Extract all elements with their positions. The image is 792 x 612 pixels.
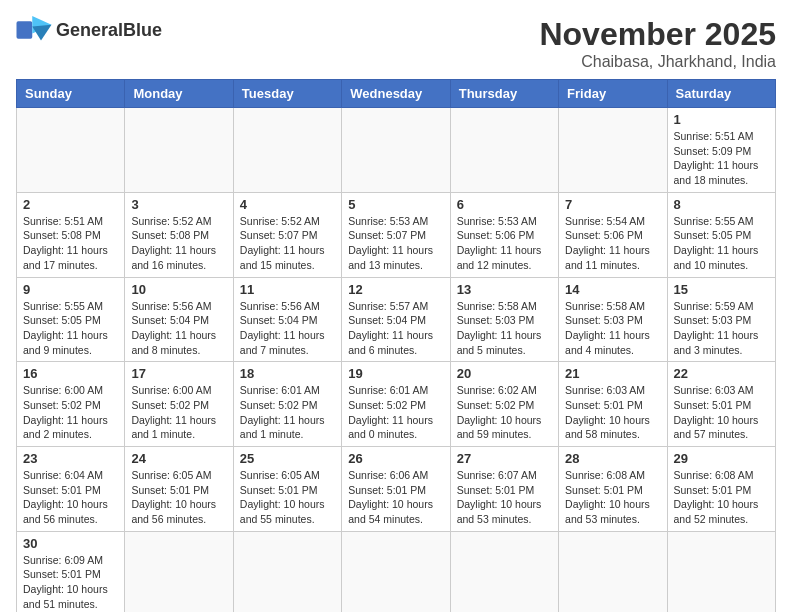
calendar-day-cell: 8Sunrise: 5:55 AM Sunset: 5:05 PM Daylig… [667, 192, 775, 277]
day-info: Sunrise: 6:09 AM Sunset: 5:01 PM Dayligh… [23, 553, 118, 612]
day-number: 19 [348, 366, 443, 381]
calendar-day-cell: 3Sunrise: 5:52 AM Sunset: 5:08 PM Daylig… [125, 192, 233, 277]
weekday-header-wednesday: Wednesday [342, 80, 450, 108]
calendar-day-cell [450, 108, 558, 193]
calendar-day-cell: 2Sunrise: 5:51 AM Sunset: 5:08 PM Daylig… [17, 192, 125, 277]
calendar-day-cell [125, 531, 233, 612]
calendar-day-cell: 15Sunrise: 5:59 AM Sunset: 5:03 PM Dayli… [667, 277, 775, 362]
calendar-day-cell: 27Sunrise: 6:07 AM Sunset: 5:01 PM Dayli… [450, 447, 558, 532]
day-info: Sunrise: 5:51 AM Sunset: 5:09 PM Dayligh… [674, 129, 769, 188]
day-info: Sunrise: 5:53 AM Sunset: 5:07 PM Dayligh… [348, 214, 443, 273]
calendar-day-cell: 20Sunrise: 6:02 AM Sunset: 5:02 PM Dayli… [450, 362, 558, 447]
day-info: Sunrise: 5:55 AM Sunset: 5:05 PM Dayligh… [674, 214, 769, 273]
day-info: Sunrise: 6:02 AM Sunset: 5:02 PM Dayligh… [457, 383, 552, 442]
weekday-header-saturday: Saturday [667, 80, 775, 108]
day-number: 28 [565, 451, 660, 466]
day-number: 16 [23, 366, 118, 381]
calendar-week-row: 23Sunrise: 6:04 AM Sunset: 5:01 PM Dayli… [17, 447, 776, 532]
calendar-day-cell: 25Sunrise: 6:05 AM Sunset: 5:01 PM Dayli… [233, 447, 341, 532]
day-number: 9 [23, 282, 118, 297]
calendar-day-cell [559, 108, 667, 193]
day-info: Sunrise: 6:07 AM Sunset: 5:01 PM Dayligh… [457, 468, 552, 527]
day-info: Sunrise: 5:53 AM Sunset: 5:06 PM Dayligh… [457, 214, 552, 273]
day-number: 1 [674, 112, 769, 127]
calendar-day-cell: 12Sunrise: 5:57 AM Sunset: 5:04 PM Dayli… [342, 277, 450, 362]
day-info: Sunrise: 5:58 AM Sunset: 5:03 PM Dayligh… [457, 299, 552, 358]
svg-rect-0 [17, 21, 33, 39]
calendar-day-cell: 19Sunrise: 6:01 AM Sunset: 5:02 PM Dayli… [342, 362, 450, 447]
calendar-week-row: 9Sunrise: 5:55 AM Sunset: 5:05 PM Daylig… [17, 277, 776, 362]
day-number: 15 [674, 282, 769, 297]
calendar-day-cell: 30Sunrise: 6:09 AM Sunset: 5:01 PM Dayli… [17, 531, 125, 612]
day-info: Sunrise: 5:54 AM Sunset: 5:06 PM Dayligh… [565, 214, 660, 273]
day-number: 13 [457, 282, 552, 297]
day-info: Sunrise: 6:00 AM Sunset: 5:02 PM Dayligh… [23, 383, 118, 442]
calendar-day-cell: 21Sunrise: 6:03 AM Sunset: 5:01 PM Dayli… [559, 362, 667, 447]
header: GeneralBlue November 2025 Chaibasa, Jhar… [16, 16, 776, 71]
calendar-day-cell: 10Sunrise: 5:56 AM Sunset: 5:04 PM Dayli… [125, 277, 233, 362]
day-number: 7 [565, 197, 660, 212]
day-info: Sunrise: 5:56 AM Sunset: 5:04 PM Dayligh… [240, 299, 335, 358]
calendar-day-cell: 22Sunrise: 6:03 AM Sunset: 5:01 PM Dayli… [667, 362, 775, 447]
weekday-header-sunday: Sunday [17, 80, 125, 108]
calendar-day-cell: 18Sunrise: 6:01 AM Sunset: 5:02 PM Dayli… [233, 362, 341, 447]
calendar-day-cell: 24Sunrise: 6:05 AM Sunset: 5:01 PM Dayli… [125, 447, 233, 532]
day-number: 6 [457, 197, 552, 212]
calendar-day-cell: 1Sunrise: 5:51 AM Sunset: 5:09 PM Daylig… [667, 108, 775, 193]
calendar-day-cell [17, 108, 125, 193]
svg-marker-2 [32, 25, 51, 41]
day-number: 8 [674, 197, 769, 212]
calendar-day-cell: 16Sunrise: 6:00 AM Sunset: 5:02 PM Dayli… [17, 362, 125, 447]
title-section: November 2025 Chaibasa, Jharkhand, India [539, 16, 776, 71]
day-info: Sunrise: 6:04 AM Sunset: 5:01 PM Dayligh… [23, 468, 118, 527]
day-number: 26 [348, 451, 443, 466]
calendar-day-cell: 6Sunrise: 5:53 AM Sunset: 5:06 PM Daylig… [450, 192, 558, 277]
calendar-day-cell: 11Sunrise: 5:56 AM Sunset: 5:04 PM Dayli… [233, 277, 341, 362]
day-info: Sunrise: 6:08 AM Sunset: 5:01 PM Dayligh… [565, 468, 660, 527]
day-number: 5 [348, 197, 443, 212]
day-number: 14 [565, 282, 660, 297]
day-number: 23 [23, 451, 118, 466]
day-info: Sunrise: 5:56 AM Sunset: 5:04 PM Dayligh… [131, 299, 226, 358]
calendar-week-row: 2Sunrise: 5:51 AM Sunset: 5:08 PM Daylig… [17, 192, 776, 277]
day-info: Sunrise: 5:58 AM Sunset: 5:03 PM Dayligh… [565, 299, 660, 358]
calendar-day-cell [559, 531, 667, 612]
day-info: Sunrise: 6:01 AM Sunset: 5:02 PM Dayligh… [240, 383, 335, 442]
calendar-week-row: 16Sunrise: 6:00 AM Sunset: 5:02 PM Dayli… [17, 362, 776, 447]
calendar-week-row: 1Sunrise: 5:51 AM Sunset: 5:09 PM Daylig… [17, 108, 776, 193]
calendar-day-cell: 28Sunrise: 6:08 AM Sunset: 5:01 PM Dayli… [559, 447, 667, 532]
weekday-header-row: SundayMondayTuesdayWednesdayThursdayFrid… [17, 80, 776, 108]
calendar-day-cell [233, 531, 341, 612]
weekday-header-tuesday: Tuesday [233, 80, 341, 108]
location-subtitle: Chaibasa, Jharkhand, India [539, 53, 776, 71]
day-number: 20 [457, 366, 552, 381]
day-number: 29 [674, 451, 769, 466]
day-info: Sunrise: 6:08 AM Sunset: 5:01 PM Dayligh… [674, 468, 769, 527]
calendar-week-row: 30Sunrise: 6:09 AM Sunset: 5:01 PM Dayli… [17, 531, 776, 612]
calendar-day-cell: 5Sunrise: 5:53 AM Sunset: 5:07 PM Daylig… [342, 192, 450, 277]
calendar-day-cell [125, 108, 233, 193]
calendar-day-cell [233, 108, 341, 193]
day-info: Sunrise: 6:03 AM Sunset: 5:01 PM Dayligh… [674, 383, 769, 442]
calendar-day-cell: 7Sunrise: 5:54 AM Sunset: 5:06 PM Daylig… [559, 192, 667, 277]
calendar-day-cell [450, 531, 558, 612]
day-info: Sunrise: 5:55 AM Sunset: 5:05 PM Dayligh… [23, 299, 118, 358]
day-number: 24 [131, 451, 226, 466]
weekday-header-thursday: Thursday [450, 80, 558, 108]
day-info: Sunrise: 5:52 AM Sunset: 5:07 PM Dayligh… [240, 214, 335, 273]
day-info: Sunrise: 5:51 AM Sunset: 5:08 PM Dayligh… [23, 214, 118, 273]
calendar-table: SundayMondayTuesdayWednesdayThursdayFrid… [16, 79, 776, 612]
calendar-day-cell: 4Sunrise: 5:52 AM Sunset: 5:07 PM Daylig… [233, 192, 341, 277]
day-number: 2 [23, 197, 118, 212]
logo: GeneralBlue [16, 16, 162, 44]
day-info: Sunrise: 6:05 AM Sunset: 5:01 PM Dayligh… [131, 468, 226, 527]
day-number: 11 [240, 282, 335, 297]
day-number: 30 [23, 536, 118, 551]
day-info: Sunrise: 5:59 AM Sunset: 5:03 PM Dayligh… [674, 299, 769, 358]
generalblue-logo-icon [16, 16, 52, 44]
month-year-title: November 2025 [539, 16, 776, 53]
day-number: 22 [674, 366, 769, 381]
day-info: Sunrise: 5:52 AM Sunset: 5:08 PM Dayligh… [131, 214, 226, 273]
day-number: 25 [240, 451, 335, 466]
calendar-day-cell: 9Sunrise: 5:55 AM Sunset: 5:05 PM Daylig… [17, 277, 125, 362]
